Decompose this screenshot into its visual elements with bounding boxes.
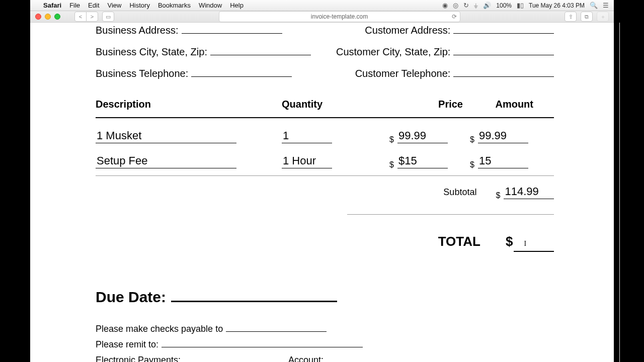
customer-phone-field[interactable] bbox=[453, 67, 554, 77]
electronic-payments-label: Electronic Payments: bbox=[96, 355, 181, 362]
row2-quantity[interactable]: 1 Hour bbox=[282, 154, 332, 168]
reload-icon[interactable]: ⟳ bbox=[452, 13, 457, 20]
total-row: TOTAL $ I bbox=[96, 234, 554, 252]
customer-address-line: Customer Address: bbox=[336, 24, 554, 36]
col-price: Price bbox=[362, 99, 463, 110]
customer-city-field[interactable] bbox=[453, 45, 554, 55]
dollar-sign-icon: $ bbox=[389, 135, 394, 144]
invoice-document: Business Address: Customer Address: Busi… bbox=[30, 23, 619, 362]
customer-address-field[interactable] bbox=[453, 24, 554, 34]
business-address-field[interactable] bbox=[182, 24, 282, 34]
business-phone-field[interactable] bbox=[191, 67, 292, 77]
business-city-label: Business City, State, Zip: bbox=[96, 46, 207, 58]
business-phone-label: Business Telephone: bbox=[96, 68, 188, 79]
col-description: Description bbox=[96, 99, 282, 110]
remit-to-field[interactable] bbox=[162, 338, 363, 347]
electronic-payments-field[interactable] bbox=[184, 354, 284, 362]
business-address-line: Business Address: bbox=[96, 24, 311, 36]
dollar-sign-icon: $ bbox=[470, 135, 474, 144]
forward-button[interactable]: > bbox=[86, 12, 98, 22]
minimize-window-button[interactable] bbox=[45, 14, 51, 20]
subtotal-field[interactable]: 114.99 bbox=[504, 185, 554, 199]
row2-price[interactable]: $15 bbox=[397, 154, 448, 168]
wifi-icon[interactable]: ⏚ bbox=[474, 2, 478, 9]
row1-price[interactable]: 99.99 bbox=[397, 129, 448, 143]
subtotal-row: Subtotal $114.99 bbox=[96, 185, 554, 199]
address-bar[interactable]: invoice-template.com ⟳ bbox=[219, 11, 460, 22]
total-field[interactable]: I bbox=[514, 240, 554, 252]
business-city-field[interactable] bbox=[210, 45, 311, 55]
battery-percent: 100% bbox=[496, 2, 512, 9]
dollar-sign-icon: $ bbox=[470, 160, 474, 169]
dollar-sign-icon: $ bbox=[506, 234, 513, 249]
account-field[interactable] bbox=[327, 354, 427, 362]
total-label: TOTAL bbox=[438, 234, 480, 249]
business-phone-line: Business Telephone: bbox=[96, 67, 311, 79]
volume-icon[interactable]: 🔊 bbox=[483, 2, 491, 9]
sidebar-button[interactable]: ▭ bbox=[102, 12, 114, 22]
new-tab-button[interactable]: ＋ bbox=[597, 12, 609, 22]
macos-menubar: Safari File Edit View History Bookmarks … bbox=[30, 0, 614, 11]
remit-to-label: Please remit to: bbox=[96, 339, 158, 350]
menu-history[interactable]: History bbox=[129, 2, 149, 9]
customer-city-label: Customer City, State, Zip: bbox=[336, 46, 450, 58]
close-window-button[interactable] bbox=[35, 14, 41, 20]
dollar-sign-icon: $ bbox=[496, 191, 500, 200]
table-header: Description Quantity Price Amount bbox=[96, 99, 554, 110]
zoom-window-button[interactable] bbox=[54, 14, 60, 20]
subtotal-label: Subtotal bbox=[443, 187, 476, 198]
row1-amount[interactable]: 99.99 bbox=[478, 129, 528, 143]
due-date-line: Due Date: bbox=[96, 287, 554, 306]
menu-file[interactable]: File bbox=[69, 2, 80, 9]
row2-amount[interactable]: 15 bbox=[478, 154, 528, 168]
clock: Tue May 26 4:03 PM bbox=[529, 2, 585, 9]
business-city-line: Business City, State, Zip: bbox=[96, 45, 311, 58]
tabs-button[interactable]: ⧉ bbox=[581, 12, 593, 22]
share-button[interactable]: ⇪ bbox=[565, 12, 577, 22]
due-date-label: Due Date: bbox=[96, 289, 166, 306]
customer-phone-label: Customer Telephone: bbox=[355, 68, 451, 79]
page-content: Business Address: Customer Address: Busi… bbox=[30, 23, 614, 362]
sync-icon[interactable]: ◎ bbox=[453, 2, 458, 9]
due-date-field[interactable] bbox=[171, 287, 337, 302]
vertical-scrollbar[interactable] bbox=[619, 23, 620, 362]
checks-payable-label: Please make checks payable to bbox=[96, 324, 223, 334]
window-controls bbox=[35, 14, 60, 20]
line-items-table: Description Quantity Price Amount 1 Musk… bbox=[96, 99, 554, 252]
table-rule bbox=[347, 214, 554, 215]
menu-help[interactable]: Help bbox=[230, 2, 244, 9]
col-amount: Amount bbox=[463, 99, 533, 110]
table-rule bbox=[96, 117, 554, 118]
spotlight-icon[interactable]: 🔍 bbox=[590, 2, 598, 9]
address-bar-text: invoice-template.com bbox=[311, 13, 368, 20]
table-row: 1 Musket 1 $99.99 $99.99 bbox=[96, 129, 554, 143]
customer-address-label: Customer Address: bbox=[365, 25, 450, 36]
app-name[interactable]: Safari bbox=[43, 2, 61, 9]
col-quantity: Quantity bbox=[282, 99, 362, 110]
table-row: Setup Fee 1 Hour $$15 $15 bbox=[96, 154, 554, 168]
customer-phone-line: Customer Telephone: bbox=[336, 67, 554, 79]
battery-icon: ▮▯ bbox=[517, 2, 524, 9]
menu-edit[interactable]: Edit bbox=[88, 2, 99, 9]
row1-description[interactable]: 1 Musket bbox=[96, 129, 236, 143]
safari-toolbar: < > ▭ invoice-template.com ⟳ ⇪ ⧉ ＋ bbox=[30, 11, 614, 23]
menu-view[interactable]: View bbox=[108, 2, 122, 9]
customer-city-line: Customer City, State, Zip: bbox=[336, 45, 554, 58]
row1-quantity[interactable]: 1 bbox=[282, 129, 332, 143]
dollar-sign-icon: $ bbox=[389, 160, 394, 169]
business-address-label: Business Address: bbox=[96, 25, 179, 36]
screenrec-icon[interactable]: ◉ bbox=[442, 2, 448, 9]
timemachine-icon[interactable]: ↻ bbox=[463, 2, 469, 9]
notification-center-icon[interactable]: ☰ bbox=[603, 2, 609, 9]
menu-window[interactable]: Window bbox=[199, 2, 222, 9]
back-button[interactable]: < bbox=[74, 12, 87, 22]
row2-description[interactable]: Setup Fee bbox=[96, 154, 236, 168]
safari-window: < > ▭ invoice-template.com ⟳ ⇪ ⧉ ＋ bbox=[30, 11, 614, 362]
account-label: Account: bbox=[288, 355, 324, 362]
table-rule bbox=[96, 175, 554, 176]
menu-bookmarks[interactable]: Bookmarks bbox=[158, 2, 191, 9]
text-cursor-icon: I bbox=[524, 240, 526, 247]
payment-instructions: Please make checks payable to Please rem… bbox=[96, 323, 554, 362]
checks-payable-field[interactable] bbox=[226, 323, 327, 332]
